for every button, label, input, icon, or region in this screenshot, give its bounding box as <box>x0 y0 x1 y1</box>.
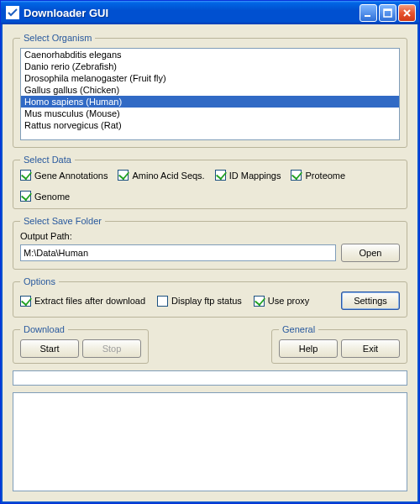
proxy-checkbox[interactable] <box>254 296 265 307</box>
data-checkbox-label[interactable]: Genome <box>20 191 70 202</box>
data-checkbox[interactable] <box>291 170 302 181</box>
window-title: Downloader GUI <box>24 7 360 19</box>
organism-legend: Select Organism <box>20 33 95 43</box>
ftp-checkbox[interactable] <box>157 296 168 307</box>
close-button[interactable] <box>398 4 416 22</box>
app-window: Downloader GUI Select Organism Caenorhab… <box>0 0 420 504</box>
client-area: Select Organism Caenorhabditis elegansDa… <box>1 24 419 503</box>
list-item[interactable]: Gallus gallus (Chicken) <box>21 84 399 96</box>
data-checkbox-label[interactable]: Amino Acid Seqs. <box>118 170 204 181</box>
list-item[interactable]: Mus musculus (Mouse) <box>21 108 399 119</box>
minimize-button[interactable] <box>360 4 377 22</box>
progress-bar <box>13 370 407 386</box>
data-group: Select Data Gene AnnotationsAmino Acid S… <box>13 155 407 209</box>
list-item[interactable]: Homo sapiens (Human) <box>21 96 399 108</box>
list-item[interactable]: Caenorhabditis elegans <box>21 49 399 60</box>
action-row: Download Start Stop General Help Exit <box>13 324 407 364</box>
data-checkbox-label[interactable]: ID Mappings <box>215 170 281 181</box>
svg-rect-0 <box>365 15 370 17</box>
data-checkbox[interactable] <box>20 191 31 202</box>
output-path-label: Output Path: <box>20 231 400 241</box>
exit-button[interactable]: Exit <box>341 339 400 358</box>
extract-checkbox[interactable] <box>20 296 31 307</box>
general-legend: General <box>279 324 318 334</box>
save-group: Select Save Folder Output Path: Open <box>13 216 407 270</box>
options-legend: Options <box>20 276 59 286</box>
open-folder-button[interactable]: Open <box>341 244 400 262</box>
data-checkbox-label[interactable]: Gene Annotations <box>20 170 108 181</box>
titlebar: Downloader GUI <box>1 1 419 24</box>
maximize-button[interactable] <box>379 4 396 22</box>
general-group: General Help Exit <box>271 324 407 364</box>
svg-rect-2 <box>384 9 391 11</box>
data-checkbox[interactable] <box>118 170 129 181</box>
log-output[interactable] <box>13 392 407 491</box>
help-button[interactable]: Help <box>279 339 338 358</box>
extract-checkbox-label[interactable]: Extract files after download <box>20 296 145 307</box>
list-item[interactable]: Drosophila melanogaster (Fruit fly) <box>21 72 399 84</box>
list-item[interactable]: Rattus norvegicus (Rat) <box>21 119 399 131</box>
data-checkbox[interactable] <box>20 170 31 181</box>
list-item[interactable]: Danio rerio (Zebrafish) <box>21 60 399 72</box>
download-legend: Download <box>20 324 68 334</box>
output-path-input[interactable] <box>20 244 336 261</box>
data-legend: Select Data <box>20 155 75 165</box>
data-checkbox-label[interactable]: Proteome <box>291 170 345 181</box>
proxy-checkbox-label[interactable]: Use proxy <box>254 296 310 307</box>
organism-list[interactable]: Caenorhabditis elegansDanio rerio (Zebra… <box>20 48 400 140</box>
download-group: Download Start Stop <box>13 324 149 364</box>
settings-button[interactable]: Settings <box>341 291 400 310</box>
start-button[interactable]: Start <box>20 339 79 358</box>
organism-group: Select Organism Caenorhabditis elegansDa… <box>13 33 407 148</box>
app-icon <box>6 6 19 19</box>
save-legend: Select Save Folder <box>20 216 105 226</box>
options-group: Options Extract files after download Dis… <box>13 276 407 318</box>
ftp-checkbox-label[interactable]: Display ftp status <box>157 296 242 307</box>
window-buttons <box>360 4 416 22</box>
data-checkbox[interactable] <box>215 170 226 181</box>
stop-button[interactable]: Stop <box>82 339 141 358</box>
data-check-row: Gene AnnotationsAmino Acid Seqs.ID Mappi… <box>20 170 400 202</box>
